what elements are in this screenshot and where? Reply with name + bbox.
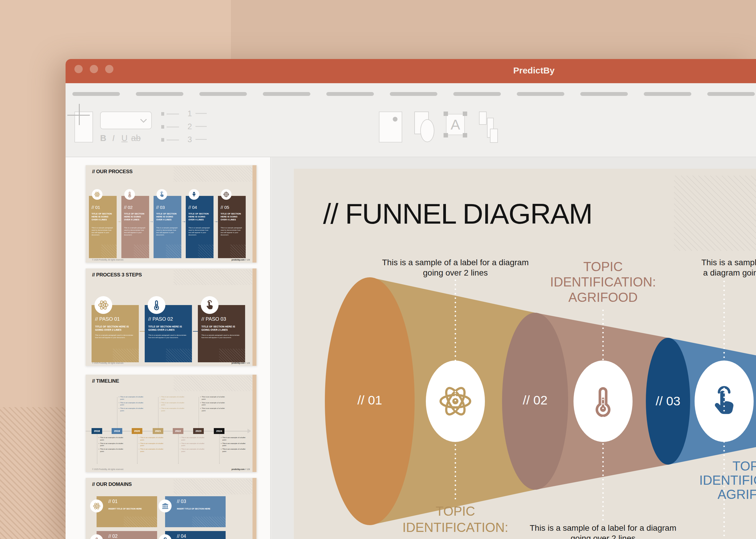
card-number: // 03 (156, 205, 165, 210)
numbered-list-button[interactable]: 1 2 3 (188, 109, 207, 142)
funnel-label-top-right[interactable]: This is a sample of a label fora diagram… (678, 257, 756, 278)
desktop-background: PredictBy B (0, 0, 756, 539)
timeline-connector (97, 434, 97, 464)
slide-layout-button[interactable] (379, 112, 402, 142)
thumb-slide-title: // PROCESS 3 STEPS (92, 272, 142, 278)
text-tool-letter: A (446, 114, 465, 135)
card-number: // PASO 02 (148, 316, 173, 322)
card-heading: TITLE OF SECTION HERE IS GOING OVER 4 LI… (92, 212, 115, 221)
bullet-list-button[interactable] (161, 112, 180, 139)
timeline-connector (219, 434, 220, 464)
card-number: // 04 (188, 205, 197, 210)
domain-card-4: // 04 INSERT TITLE OF SECTION HERE (165, 531, 226, 539)
funnel-step-number-3[interactable]: // 03 (643, 394, 693, 408)
thumb-footer-page: predictby.com // 128 (232, 362, 250, 364)
window-maximize-button[interactable] (105, 65, 113, 73)
card-body: This is a sample paragraph used to demon… (201, 334, 242, 339)
underline-button[interactable]: U (121, 133, 128, 143)
italic-button[interactable]: I (112, 133, 115, 143)
slide-thumbnail-our-process[interactable]: // OUR PROCESS // 01 TITLE OF SECTION HE… (86, 165, 257, 263)
process-card-2: // 02 TITLE OF SECTION HERE IS GOING OVE… (121, 196, 149, 258)
process-card-1: // 01 TITLE OF SECTION HERE IS GOING OVE… (89, 196, 117, 258)
window-minimize-button[interactable] (90, 65, 98, 73)
toolbar-group-label-bar (136, 92, 183, 96)
thumb-slide-title: // OUR PROCESS (92, 169, 133, 175)
bank-icon (158, 500, 172, 512)
slide-thumbnail-panel: // OUR PROCESS // 01 TITLE OF SECTION HE… (65, 157, 271, 539)
card-body: This is a sample paragraph used to demon… (124, 227, 147, 236)
timeline-arrowhead (247, 429, 251, 433)
plus-icon (67, 115, 90, 116)
thermometer-icon (90, 534, 103, 539)
topic-label-right[interactable]: TOPICIDENTIFICATION:AGRIFOOD (675, 459, 756, 501)
toolbar: B I U ab 1 2 3 (65, 83, 756, 157)
font-dropdown[interactable] (100, 112, 152, 129)
hatch-decoration (174, 270, 252, 285)
background-accent-block (231, 0, 756, 59)
toolbar-group-label-bar (72, 92, 120, 96)
atom-icon (92, 189, 103, 200)
card-body: This is a sample paragraph used to demon… (148, 334, 189, 339)
text-box-button[interactable]: A (443, 112, 467, 137)
timeline-connector (137, 434, 138, 464)
timeline-bullets-2021: •This is an example of a bullet point •T… (160, 396, 185, 412)
timeline-bullets-2019: •This is an example of a bullet point •T… (119, 396, 144, 412)
funnel-step-number-1[interactable]: // 01 (345, 393, 395, 408)
hatch-decoration (174, 166, 252, 182)
timeline-bullets-2022: •This is an example of a bullet point •T… (180, 437, 205, 453)
window-title: PredictBy (513, 65, 555, 76)
funnel-label-bottom-center[interactable]: This is a sample of a label for a diagra… (526, 523, 680, 539)
bold-button[interactable]: B (100, 133, 106, 143)
year-badge: 2022 (173, 428, 183, 434)
timeline-connector (158, 397, 158, 428)
card-heading: INSERT TITLE OF SECTION HERE (108, 507, 153, 510)
toolbar-group-label-bar (390, 92, 437, 96)
toolbar-group-label-bar (517, 92, 564, 96)
card-number: // 02 (124, 205, 133, 210)
topic-label-top[interactable]: TOPICIDENTIFICATION:AGRIFOOD (526, 259, 680, 305)
topic-label-bottom[interactable]: TOPICIDENTIFICATION:AGRIFOOD (379, 503, 532, 539)
card-heading: TITLE OF SECTION HERE IS GOING OVER 4 LI… (156, 212, 179, 221)
rocket-icon (189, 189, 199, 200)
strikethrough-button[interactable]: ab (131, 133, 141, 143)
process-card-3: // 03 TITLE OF SECTION HERE IS GOING OVE… (153, 196, 181, 258)
funnel-label-top-left[interactable]: This is a sample of a label for a diagra… (379, 257, 532, 278)
chevron-down-icon (140, 118, 147, 123)
slide-thumbnail-process-3-steps[interactable]: // PROCESS 3 STEPS // PASO 01 TITLE OF S… (86, 269, 257, 366)
window-close-button[interactable] (74, 65, 83, 73)
toolbar-group-label-bar (644, 92, 691, 96)
shapes-button[interactable] (414, 112, 441, 144)
editor-canvas[interactable]: // FUNNEL DIAGRAM (271, 157, 756, 539)
funnel-step-number-2[interactable]: // 02 (510, 393, 560, 408)
card-body: This is a sample paragraph used to demon… (92, 227, 115, 236)
thumb-footer-copyright: © 2025 PredictBy. All rights reserved. (92, 468, 124, 470)
toolbar-group-label-bar (263, 92, 310, 96)
year-badge: 2023 (193, 428, 204, 434)
card-heading: TITLE OF SECTION HERE IS GOING OVER 2 LI… (148, 325, 188, 332)
timeline-bullets-2023: •This is an example of a bullet point •T… (200, 396, 226, 412)
thumbnail-edge-accent (252, 165, 256, 263)
year-badge: 2018 (92, 428, 102, 434)
slide-thumbnail-our-domains[interactable]: // OUR DOMAINS // 01 INSERT TITLE OF SEC… (86, 478, 257, 539)
card-number: // 01 (92, 205, 100, 210)
thumbnail-edge-accent (252, 478, 256, 539)
year-badge: 2021 (153, 428, 163, 434)
slide-thumbnail-timeline[interactable]: // TIMELINE 2018 2019 2020 2021 2022 2 (86, 375, 257, 472)
domain-card-2: // 02 INSERT TITLE OF SECTION HERE (97, 531, 157, 539)
process-card-4: // 04 TITLE OF SECTION HERE IS GOING OVE… (186, 196, 214, 258)
slide-funnel-diagram[interactable]: // FUNNEL DIAGRAM (294, 169, 756, 539)
process-card-5: // 05 TITLE OF SECTION HERE IS GOING OVE… (218, 196, 246, 258)
card-body: This is a sample paragraph used to demon… (188, 227, 212, 236)
card-number: // 05 (221, 205, 229, 210)
card-number: // 03 (177, 499, 186, 504)
arrow-right-icon: → (149, 218, 153, 223)
card-heading: TITLE OF SECTION HERE IS GOING OVER 2 LI… (95, 325, 135, 332)
arrow-right-icon: → (182, 218, 186, 223)
card-number: // PASO 01 (95, 316, 120, 322)
new-slide-button[interactable] (74, 112, 93, 142)
card-number: // 01 (108, 499, 118, 504)
thumbnail-edge-accent (252, 269, 256, 366)
arrange-button[interactable] (479, 112, 500, 144)
tap-icon (158, 534, 172, 539)
hatch-decoration (174, 479, 252, 495)
